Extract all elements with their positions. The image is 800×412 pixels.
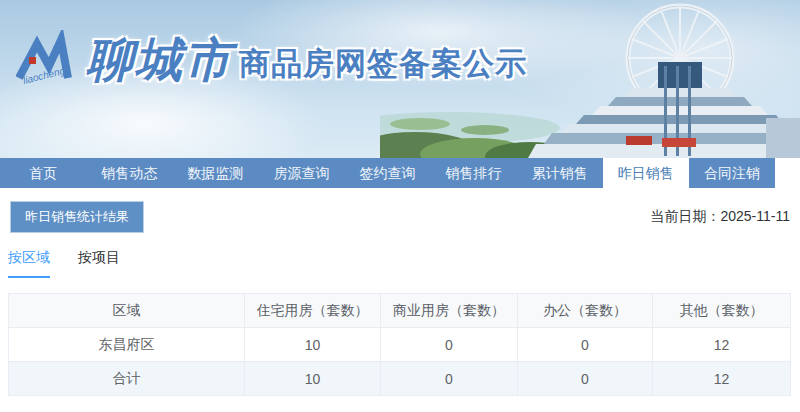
- nav-item-data-monitor[interactable]: 数据监测: [172, 158, 258, 188]
- stats-table-container: 区域 住宅用房（套数） 商业用房（套数） 办公（套数） 其他（套数） 东昌府区 …: [0, 278, 800, 396]
- main-nav: 首页 销售动态 数据监测 房源查询 签约查询 销售排行 累计销售 昨日销售 合同…: [0, 158, 775, 188]
- cell-other: 12: [653, 362, 791, 396]
- column-header-other: 其他（套数）: [653, 294, 791, 328]
- cell-commercial: 0: [381, 328, 518, 362]
- tab-by-project[interactable]: 按项目: [78, 249, 120, 278]
- table-header-row: 区域 住宅用房（套数） 商业用房（套数） 办公（套数） 其他（套数）: [9, 294, 791, 328]
- cell-region: 东昌府区: [9, 328, 245, 362]
- nav-item-contract-search[interactable]: 签约查询: [344, 158, 430, 188]
- column-header-commercial: 商业用房（套数）: [381, 294, 518, 328]
- cell-commercial: 0: [381, 362, 518, 396]
- column-header-residential: 住宅用房（套数）: [245, 294, 381, 328]
- yesterday-sales-table: 区域 住宅用房（套数） 商业用房（套数） 办公（套数） 其他（套数） 东昌府区 …: [8, 293, 791, 396]
- view-tabs: 按区域 按项目: [0, 233, 800, 278]
- city-name-text: 聊城市: [86, 36, 233, 83]
- nav-item-home[interactable]: 首页: [0, 158, 86, 188]
- cell-residential: 10: [245, 328, 381, 362]
- nav-item-sales-trends[interactable]: 销售动态: [86, 158, 172, 188]
- toolbar: 昨日销售统计结果 当前日期：2025-11-11: [0, 188, 800, 233]
- tab-by-region[interactable]: 按区域: [8, 249, 50, 278]
- nav-item-sales-ranking[interactable]: 销售排行: [431, 158, 517, 188]
- nav-item-housing-search[interactable]: 房源查询: [258, 158, 344, 188]
- nav-item-yesterday-sales[interactable]: 昨日销售: [603, 158, 689, 188]
- brand-block: liaocheng 聊城市 商品房网签备案公示: [16, 30, 527, 88]
- table-row-dongchangfu: 东昌府区 10 0 0 12: [9, 328, 791, 362]
- cell-other: 12: [653, 328, 791, 362]
- nav-item-cumulative-sales[interactable]: 累计销售: [517, 158, 603, 188]
- header-banner: liaocheng 聊城市 商品房网签备案公示: [0, 0, 800, 158]
- cell-residential: 10: [245, 362, 381, 396]
- column-header-region: 区域: [9, 294, 245, 328]
- current-date: 当前日期：2025-11-11: [650, 208, 790, 226]
- cell-office: 0: [518, 328, 653, 362]
- page-title: 商品房网签备案公示: [239, 33, 527, 85]
- column-header-office: 办公（套数）: [518, 294, 653, 328]
- current-date-label: 当前日期：: [650, 208, 720, 224]
- cell-region: 合计: [9, 362, 245, 396]
- cell-office: 0: [518, 362, 653, 396]
- current-date-value: 2025-11-11: [720, 208, 790, 224]
- liaocheng-logo-icon: liaocheng: [16, 30, 78, 88]
- nav-item-contract-cancellation[interactable]: 合同注销: [689, 158, 775, 188]
- table-row-total: 合计 10 0 0 12: [9, 362, 791, 396]
- yesterday-sales-result-button[interactable]: 昨日销售统计结果: [10, 201, 144, 233]
